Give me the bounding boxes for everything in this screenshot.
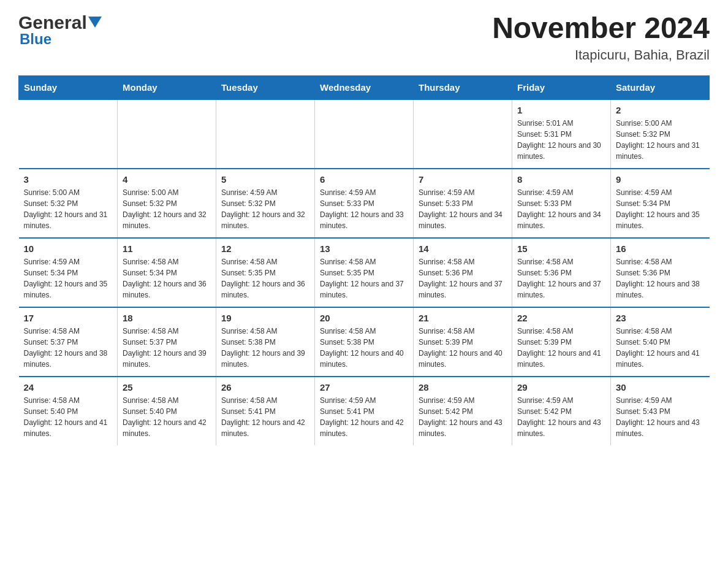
day-number: 10 (24, 243, 113, 254)
table-row: 12Sunrise: 4:58 AMSunset: 5:35 PMDayligh… (216, 238, 315, 307)
table-row: 18Sunrise: 4:58 AMSunset: 5:37 PMDayligh… (118, 307, 216, 377)
table-row (414, 99, 512, 169)
day-info: Sunrise: 4:58 AMSunset: 5:41 PMDaylight:… (221, 395, 309, 439)
day-info: Sunrise: 4:59 AMSunset: 5:42 PMDaylight:… (517, 395, 605, 439)
calendar-week-row: 1Sunrise: 5:01 AMSunset: 5:31 PMDaylight… (19, 99, 710, 169)
day-info: Sunrise: 4:58 AMSunset: 5:35 PMDaylight:… (221, 256, 309, 301)
calendar-week-row: 10Sunrise: 4:59 AMSunset: 5:34 PMDayligh… (19, 238, 710, 307)
day-number: 21 (419, 313, 507, 323)
table-row: 15Sunrise: 4:58 AMSunset: 5:36 PMDayligh… (512, 238, 611, 307)
day-info: Sunrise: 4:58 AMSunset: 5:35 PMDaylight:… (320, 256, 408, 301)
day-info: Sunrise: 4:59 AMSunset: 5:33 PMDaylight:… (320, 187, 408, 231)
day-info: Sunrise: 5:00 AMSunset: 5:32 PMDaylight:… (616, 118, 705, 162)
day-info: Sunrise: 4:59 AMSunset: 5:34 PMDaylight:… (24, 256, 113, 301)
table-row: 14Sunrise: 4:58 AMSunset: 5:36 PMDayligh… (414, 238, 512, 307)
day-number: 22 (517, 313, 605, 323)
logo-triangle-icon (88, 17, 102, 30)
day-number: 9 (616, 174, 705, 185)
calendar-table: Sunday Monday Tuesday Wednesday Thursday… (18, 75, 710, 445)
logo-blue-text: Blue (20, 31, 51, 48)
table-row: 26Sunrise: 4:58 AMSunset: 5:41 PMDayligh… (216, 377, 315, 445)
day-number: 28 (419, 382, 507, 393)
day-info: Sunrise: 4:59 AMSunset: 5:33 PMDaylight:… (419, 187, 507, 231)
table-row: 25Sunrise: 4:58 AMSunset: 5:40 PMDayligh… (118, 377, 216, 445)
table-row: 20Sunrise: 4:58 AMSunset: 5:38 PMDayligh… (315, 307, 414, 377)
day-info: Sunrise: 4:59 AMSunset: 5:41 PMDaylight:… (320, 395, 408, 439)
day-info: Sunrise: 4:58 AMSunset: 5:38 PMDaylight:… (221, 326, 309, 370)
page-header: General Blue November 2024 Itapicuru, Ba… (18, 12, 710, 63)
day-number: 17 (24, 313, 113, 323)
table-row: 7Sunrise: 4:59 AMSunset: 5:33 PMDaylight… (414, 169, 512, 238)
table-row: 3Sunrise: 5:00 AMSunset: 5:32 PMDaylight… (19, 169, 118, 238)
table-row (118, 99, 216, 169)
day-info: Sunrise: 5:00 AMSunset: 5:32 PMDaylight:… (24, 187, 113, 231)
table-row: 5Sunrise: 4:59 AMSunset: 5:32 PMDaylight… (216, 169, 315, 238)
table-row: 8Sunrise: 4:59 AMSunset: 5:33 PMDaylight… (512, 169, 611, 238)
day-info: Sunrise: 4:58 AMSunset: 5:37 PMDaylight:… (24, 326, 113, 370)
day-number: 1 (517, 105, 605, 115)
day-number: 2 (616, 105, 705, 115)
table-row: 11Sunrise: 4:58 AMSunset: 5:34 PMDayligh… (118, 238, 216, 307)
day-number: 26 (221, 382, 309, 393)
day-number: 14 (419, 243, 507, 254)
day-info: Sunrise: 4:58 AMSunset: 5:40 PMDaylight:… (616, 326, 705, 370)
day-number: 27 (320, 382, 408, 393)
day-info: Sunrise: 4:58 AMSunset: 5:39 PMDaylight:… (419, 326, 507, 370)
calendar-week-row: 17Sunrise: 4:58 AMSunset: 5:37 PMDayligh… (19, 307, 710, 377)
col-tuesday: Tuesday (216, 75, 315, 99)
table-row: 29Sunrise: 4:59 AMSunset: 5:42 PMDayligh… (512, 377, 611, 445)
day-info: Sunrise: 4:58 AMSunset: 5:37 PMDaylight:… (123, 326, 211, 370)
calendar-subtitle: Itapicuru, Bahia, Brazil (492, 47, 710, 63)
day-number: 6 (320, 174, 408, 185)
table-row: 16Sunrise: 4:58 AMSunset: 5:36 PMDayligh… (611, 238, 710, 307)
logo: General Blue (18, 12, 102, 48)
day-info: Sunrise: 4:59 AMSunset: 5:32 PMDaylight:… (221, 187, 309, 231)
day-number: 12 (221, 243, 309, 254)
svg-marker-0 (88, 17, 102, 28)
table-row (315, 99, 414, 169)
table-row: 10Sunrise: 4:59 AMSunset: 5:34 PMDayligh… (19, 238, 118, 307)
table-row: 9Sunrise: 4:59 AMSunset: 5:34 PMDaylight… (611, 169, 710, 238)
table-row: 6Sunrise: 4:59 AMSunset: 5:33 PMDaylight… (315, 169, 414, 238)
col-wednesday: Wednesday (315, 75, 414, 99)
day-info: Sunrise: 4:59 AMSunset: 5:42 PMDaylight:… (419, 395, 507, 439)
day-info: Sunrise: 4:59 AMSunset: 5:34 PMDaylight:… (616, 187, 705, 231)
day-number: 29 (517, 382, 605, 393)
day-number: 30 (616, 382, 705, 393)
day-info: Sunrise: 4:58 AMSunset: 5:36 PMDaylight:… (616, 256, 705, 301)
table-row: 13Sunrise: 4:58 AMSunset: 5:35 PMDayligh… (315, 238, 414, 307)
calendar-title: November 2024 (492, 12, 710, 45)
table-row: 2Sunrise: 5:00 AMSunset: 5:32 PMDaylight… (611, 99, 710, 169)
day-number: 5 (221, 174, 309, 185)
day-info: Sunrise: 5:00 AMSunset: 5:32 PMDaylight:… (123, 187, 211, 231)
table-row (19, 99, 118, 169)
table-row: 17Sunrise: 4:58 AMSunset: 5:37 PMDayligh… (19, 307, 118, 377)
day-number: 7 (419, 174, 507, 185)
day-number: 20 (320, 313, 408, 323)
day-info: Sunrise: 4:58 AMSunset: 5:36 PMDaylight:… (517, 256, 605, 301)
table-row: 24Sunrise: 4:58 AMSunset: 5:40 PMDayligh… (19, 377, 118, 445)
day-number: 11 (123, 243, 211, 254)
day-number: 16 (616, 243, 705, 254)
day-number: 24 (24, 382, 113, 393)
day-info: Sunrise: 4:58 AMSunset: 5:34 PMDaylight:… (123, 256, 211, 301)
table-row: 22Sunrise: 4:58 AMSunset: 5:39 PMDayligh… (512, 307, 611, 377)
col-sunday: Sunday (19, 75, 118, 99)
table-row: 21Sunrise: 4:58 AMSunset: 5:39 PMDayligh… (414, 307, 512, 377)
table-row: 28Sunrise: 4:59 AMSunset: 5:42 PMDayligh… (414, 377, 512, 445)
col-saturday: Saturday (611, 75, 710, 99)
calendar-title-block: November 2024 Itapicuru, Bahia, Brazil (492, 12, 710, 63)
day-number: 23 (616, 313, 705, 323)
col-monday: Monday (118, 75, 216, 99)
day-info: Sunrise: 5:01 AMSunset: 5:31 PMDaylight:… (517, 118, 605, 162)
day-info: Sunrise: 4:59 AMSunset: 5:43 PMDaylight:… (616, 395, 705, 439)
day-info: Sunrise: 4:59 AMSunset: 5:33 PMDaylight:… (517, 187, 605, 231)
day-number: 25 (123, 382, 211, 393)
day-number: 19 (221, 313, 309, 323)
table-row: 27Sunrise: 4:59 AMSunset: 5:41 PMDayligh… (315, 377, 414, 445)
table-row: 23Sunrise: 4:58 AMSunset: 5:40 PMDayligh… (611, 307, 710, 377)
table-row: 4Sunrise: 5:00 AMSunset: 5:32 PMDaylight… (118, 169, 216, 238)
day-info: Sunrise: 4:58 AMSunset: 5:40 PMDaylight:… (123, 395, 211, 439)
logo-general-text: General (18, 12, 87, 33)
day-info: Sunrise: 4:58 AMSunset: 5:39 PMDaylight:… (517, 326, 605, 370)
